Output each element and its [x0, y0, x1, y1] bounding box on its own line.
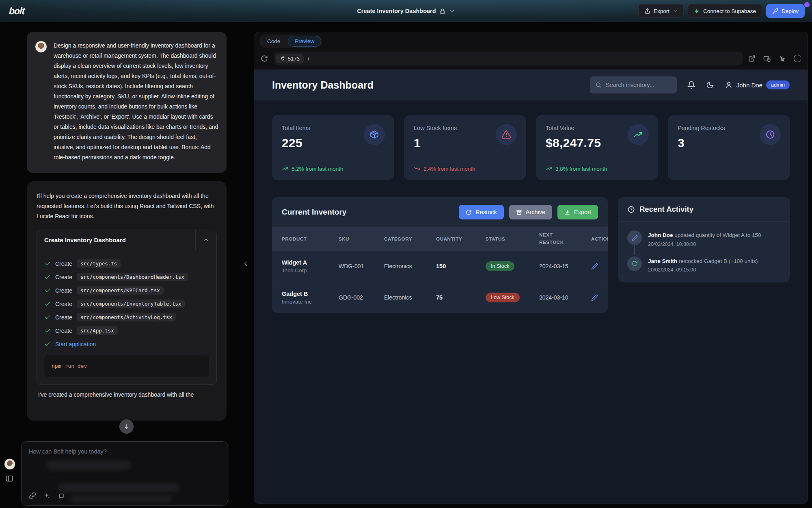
- bell-icon[interactable]: [687, 81, 695, 89]
- chat-pane: Design a responsive and user-friendly in…: [0, 22, 252, 508]
- restock-button[interactable]: Restock: [459, 205, 503, 219]
- preview-url-bar: 5173 /: [254, 50, 808, 69]
- preview-pane: Code Preview 5173 /: [254, 32, 808, 504]
- kpi-card-total-items: Total Items 225 5.2% from last month: [272, 115, 394, 180]
- artifact-steps: Create src/types.ts Create src/component…: [37, 250, 216, 384]
- file-chip[interactable]: src/components/KPICard.tsx: [77, 286, 164, 295]
- lock-icon: [440, 8, 446, 14]
- edit-pencil-icon[interactable]: [591, 294, 598, 301]
- start-application-link[interactable]: Start application: [55, 341, 96, 347]
- quantity-cell: 75: [436, 294, 486, 301]
- chevron-down-icon[interactable]: [449, 8, 455, 14]
- assistant-intro-text: I'll help you create a comprehensive inv…: [37, 191, 217, 221]
- dark-mode-toggle-icon[interactable]: [706, 81, 714, 89]
- trending-up-icon: [282, 165, 288, 172]
- scroll-to-bottom-button[interactable]: [119, 419, 134, 434]
- file-chip[interactable]: src/components/InventoryTable.tsx: [77, 300, 185, 308]
- create-step: Create src/components/InventoryTable.tsx: [44, 297, 209, 310]
- chevron-down-icon: [673, 9, 678, 13]
- start-application-step: Start application: [44, 337, 209, 351]
- top-bar: bolt Create Inventory Dashboard Export C…: [0, 0, 812, 22]
- file-chip[interactable]: src/components/DashboardHeader.tsx: [77, 273, 188, 281]
- attach-link-icon[interactable]: [29, 492, 36, 499]
- quantity-cell: 150: [436, 263, 486, 269]
- tab-preview[interactable]: Preview: [288, 36, 321, 47]
- port-number: 5173: [288, 56, 300, 62]
- bolt-logo[interactable]: bolt: [9, 6, 25, 17]
- edit-pencil-icon: [632, 235, 638, 241]
- chat-input[interactable]: How can Bolt help you today?: [21, 441, 228, 506]
- archive-icon: [516, 209, 522, 215]
- collapse-button[interactable]: [195, 230, 216, 250]
- inventory-title: Current Inventory: [282, 208, 346, 217]
- sku-cell: GDG-002: [339, 294, 384, 301]
- dashboard-title: Inventory Dashboard: [272, 79, 374, 91]
- file-chip[interactable]: src/App.tsx: [77, 326, 118, 335]
- address-bar[interactable]: 5173 /: [274, 52, 743, 65]
- connect-supabase-button[interactable]: Connect to Supabase: [688, 4, 762, 18]
- package-icon: [369, 130, 379, 139]
- user-message-text: Design a responsive and user-friendly in…: [54, 41, 218, 163]
- dashboard-header: Inventory Dashboard Search inventory...: [254, 69, 808, 100]
- check-icon: [44, 274, 51, 280]
- check-icon: [44, 287, 51, 294]
- share-icon: [644, 8, 650, 14]
- account-avatar[interactable]: [4, 458, 15, 470]
- arrow-down-icon: [123, 423, 130, 430]
- check-icon: [44, 261, 51, 267]
- user-menu[interactable]: John Doe admin: [725, 80, 790, 89]
- project-title-menu[interactable]: Create Inventory Dashboard: [357, 8, 455, 14]
- activity-title: Recent Activity: [639, 205, 693, 214]
- create-step: Create src/types.ts: [44, 257, 209, 270]
- kpi-card-low-stock: Low Stock Items 1 2.4% from last month: [404, 115, 526, 180]
- export-label: Export: [654, 8, 669, 14]
- collapse-panel-chevron[interactable]: [242, 260, 249, 267]
- activity-item: John Doe updated quantity of Widget A to…: [627, 230, 781, 247]
- category-cell: Electronics: [384, 294, 436, 301]
- chat-square-icon[interactable]: [57, 492, 65, 499]
- chat-messages: Design a responsive and user-friendly in…: [0, 22, 252, 421]
- activity-item: Jane Smith restocked Gadget B (+100 unit…: [627, 256, 781, 273]
- restock-date-cell: 2024-03-15: [539, 263, 591, 269]
- file-chip[interactable]: src/types.ts: [77, 259, 121, 268]
- open-external-icon[interactable]: [748, 55, 756, 62]
- artifact-panel: Create Inventory Dashboard Create src/ty…: [37, 230, 217, 385]
- file-chip[interactable]: src/components/ActivityLog.tsx: [77, 313, 176, 321]
- port-chip[interactable]: 5173: [276, 54, 304, 63]
- timeline-connector: [634, 245, 635, 255]
- create-step: Create src/App.tsx: [44, 324, 209, 337]
- create-step: Create src/components/DashboardHeader.ts…: [44, 270, 209, 284]
- blurred-content: [46, 460, 131, 470]
- export-csv-button[interactable]: Export: [557, 205, 598, 219]
- inspect-cursor-icon[interactable]: [779, 55, 786, 62]
- trending-down-icon: [414, 165, 420, 172]
- check-icon: [44, 314, 51, 321]
- search-input[interactable]: Search inventory...: [590, 76, 677, 93]
- sidebar-toggle-icon[interactable]: [6, 475, 13, 482]
- app-preview: Inventory Dashboard Search inventory...: [254, 69, 808, 504]
- trending-up-icon: [546, 165, 552, 172]
- chevron-up-icon: [203, 237, 209, 243]
- fullscreen-icon[interactable]: [794, 55, 801, 62]
- table-row[interactable]: Widget A Tech Corp WDG-001 Electronics 1…: [272, 250, 608, 282]
- user-name: John Doe: [736, 82, 762, 89]
- devices-icon[interactable]: [763, 55, 771, 63]
- clock-icon: [765, 130, 775, 139]
- archive-button[interactable]: Archive: [509, 205, 552, 219]
- clock-icon: [627, 206, 635, 213]
- search-icon: [595, 82, 602, 88]
- kpi-cards: Total Items 225 5.2% from last month Low…: [272, 115, 790, 180]
- edit-pencil-icon[interactable]: [591, 263, 598, 270]
- deploy-button[interactable]: Deploy: [766, 4, 805, 18]
- inventory-panel: Current Inventory Restock: [272, 197, 608, 313]
- assistant-message: I'll help you create a comprehensive inv…: [27, 181, 227, 421]
- export-button[interactable]: Export: [638, 4, 684, 18]
- assistant-closing-text: I've created a comprehensive inventory d…: [37, 391, 217, 398]
- refresh-icon[interactable]: [261, 55, 268, 62]
- sparkles-icon[interactable]: [43, 492, 50, 499]
- table-row[interactable]: Gadget B Innovate Inc GDG-002 Electronic…: [272, 282, 608, 313]
- supplier-name: Innovate Inc: [282, 299, 339, 305]
- tab-code[interactable]: Code: [260, 36, 287, 47]
- activity-timestamp: 20/02/2024, 10:30:00: [648, 241, 761, 247]
- activity-timestamp: 20/02/2024, 09:15:00: [648, 267, 758, 273]
